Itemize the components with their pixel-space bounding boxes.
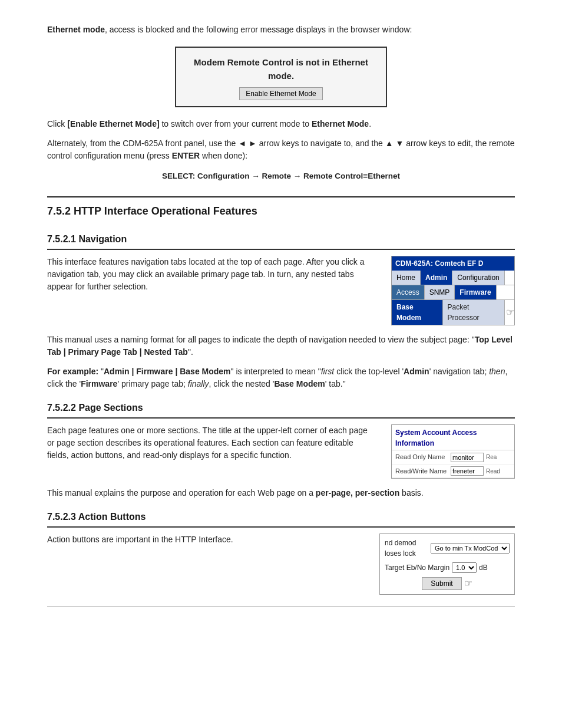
page-sections-p2-bold: per-page, per-section [316, 488, 399, 498]
sa-row-2: Read/Write Name Read [392, 465, 514, 479]
bottom-divider [47, 607, 515, 607]
action-row1-select[interactable]: Go to min Tx ModCod [431, 543, 510, 554]
cdm-btn-firmware[interactable]: Firmware [455, 285, 496, 299]
alternate-instruction: Alternately, from the CDM-625A front pan… [47, 137, 515, 162]
cdm-nav-row3: Base Modem Packet Processor ☞ [392, 300, 514, 325]
click-pre: Click [47, 119, 67, 129]
click-instruction: Click [Enable Ethernet Mode] to switch o… [47, 118, 515, 130]
nav-p3-italic2: then [489, 367, 505, 376]
nav-p3-bold2: Admin [404, 367, 429, 376]
action-buttons-text: Action buttons are important in the HTTP… [47, 533, 365, 553]
click-bold: [Enable Ethernet Mode] [67, 119, 159, 129]
cdm-btn-access[interactable]: Access [392, 285, 425, 299]
cursor-icon: ☞ [506, 305, 514, 319]
sa-input-readwrite[interactable] [451, 466, 484, 476]
select-instruction: SELECT: Configuration → Remote → Remote … [47, 170, 515, 182]
page-sections-p2-end: basis. [399, 488, 423, 498]
cursor-submit-icon: ☞ [464, 577, 472, 591]
cdm-nav-row2: Access SNMP Firmware [392, 285, 514, 300]
alternate-text-post: when done): [200, 151, 247, 160]
cdm-nav-row1: Home Admin Configuration [392, 271, 514, 285]
action-box-mockup: nd demod loses lock Go to min Tx ModCod … [379, 533, 515, 595]
nav-p3-q-mid: " is interpreted to mean " [231, 367, 321, 376]
system-access-widget: System Account Access Information Read O… [391, 424, 515, 479]
nav-p3-bold3: Firmware [81, 379, 117, 388]
nav-p1: This interface features navigation tabs … [47, 256, 377, 293]
page-sections-p2: This manual explains the purpose and ope… [47, 487, 515, 499]
cdm-btn-configuration[interactable]: Configuration [452, 271, 504, 285]
cdm-btn-snmp[interactable]: SNMP [425, 285, 455, 299]
section-7521: 7.5.2.1 Navigation This interface featur… [47, 229, 515, 390]
action-row1-pre: nd demod loses lock [385, 538, 428, 559]
page-sections-text: Each page features one or more sections.… [47, 424, 377, 469]
system-access-title: System Account Access Information [392, 425, 514, 450]
submit-button[interactable]: Submit [422, 577, 461, 590]
sa-label-readonly: Read Only Name [395, 452, 448, 462]
cdm-btn-home[interactable]: Home [392, 271, 421, 285]
sa-extra-1: Rea [486, 453, 497, 462]
nav-p2-pre: This manual uses a naming format for all… [47, 335, 475, 344]
cdm-nav-mockup: CDM-625A: Comtech EF D Home Admin Config… [391, 256, 515, 325]
intro-text-1: , access is blocked and the following er… [105, 25, 412, 34]
action-row-1: nd demod loses lock Go to min Tx ModCod [385, 538, 510, 559]
section-7523: 7.5.2.3 Action Buttons Action buttons ar… [47, 506, 515, 595]
cdm-nav-widget: CDM-625A: Comtech EF D Home Admin Config… [391, 256, 515, 325]
navigation-text: This interface features navigation tabs … [47, 256, 377, 300]
action-row-2: Target Eb/No Margin 1.0 dB [385, 562, 510, 573]
nav-p3: For example: "Admin | Firmware | Base Mo… [47, 365, 515, 390]
nav-p3-end: ' tab." [325, 379, 346, 388]
nav-p3-mid2: ' navigation tab; [429, 367, 490, 376]
cdm-btn-packet-processor[interactable]: Packet Processor [443, 300, 505, 325]
nav-p2: This manual uses a naming format for all… [47, 334, 515, 358]
cdm-btn-admin[interactable]: Admin [421, 271, 452, 285]
cdm-title-bar: CDM-625A: Comtech EF D [392, 256, 514, 271]
nav-p3-for-example: For example: [47, 367, 98, 376]
section-7523-heading: 7.5.2.3 Action Buttons [47, 506, 515, 528]
nav-p3-italic3: finally [188, 379, 209, 388]
navigation-two-col: This interface features navigation tabs … [47, 256, 515, 325]
nav-p3-bold4: Base Modem [274, 379, 325, 388]
action-p1: Action buttons are important in the HTTP… [47, 533, 365, 546]
click-end: . [369, 119, 371, 129]
action-row2-select[interactable]: 1.0 [452, 562, 477, 573]
nav-p3-mid5: , click the nested ' [209, 379, 275, 388]
action-widget: nd demod loses lock Go to min Tx ModCod … [379, 533, 515, 595]
click-post: to switch over from your current mode to [160, 119, 312, 129]
error-box: Modem Remote Control is not in Ethernet … [175, 47, 387, 107]
nav-p3-mid4: ' primary page tab; [117, 379, 187, 388]
page-sections-p1: Each page features one or more sections.… [47, 424, 377, 462]
nav-p3-q-pre: " [98, 367, 104, 376]
ethernet-mode-bold2: Ethernet Mode [312, 119, 369, 129]
section-7522-heading: 7.5.2.2 Page Sections [47, 397, 515, 419]
section-7521-heading: 7.5.2.1 Navigation [47, 229, 515, 250]
page-sections-two-col: Each page features one or more sections.… [47, 424, 515, 479]
enable-ethernet-mode-button[interactable]: Enable Ethernet Mode [239, 87, 322, 100]
nav-p3-mid: click the top-level ' [334, 367, 404, 376]
enter-bold: ENTER [172, 151, 200, 160]
system-access-mockup: System Account Access Information Read O… [391, 424, 515, 479]
sa-extra-2: Read [486, 467, 500, 476]
error-title: Modem Remote Control is not in Ethernet … [188, 56, 374, 83]
sa-input-readonly[interactable] [451, 453, 484, 462]
action-submit-row: Submit ☞ [385, 577, 510, 591]
page-sections-p2-pre: This manual explains the purpose and ope… [47, 488, 316, 498]
nav-p2-end: ". [188, 347, 193, 357]
nav-p3-italic1: first [321, 367, 335, 376]
action-row2-unit: dB [479, 562, 488, 573]
intro-paragraph: Ethernet mode, access is blocked and the… [47, 24, 515, 36]
alternate-text-pre: Alternately, from the CDM-625A front pan… [47, 139, 515, 160]
section-752-heading: 7.5.2 HTTP Interface Operational Feature… [47, 197, 515, 219]
section-7522: 7.5.2.2 Page Sections Each page features… [47, 397, 515, 499]
cdm-btn-base-modem[interactable]: Base Modem [392, 300, 443, 325]
action-buttons-two-col: Action buttons are important in the HTTP… [47, 533, 515, 595]
action-row2-pre: Target Eb/No Margin [385, 562, 449, 573]
sa-row-1: Read Only Name Rea [392, 450, 514, 465]
nav-p3-bold1: Admin | Firmware | Base Modem [104, 367, 231, 376]
sa-label-readwrite: Read/Write Name [395, 466, 448, 476]
ethernet-mode-bold: Ethernet mode [47, 25, 105, 34]
